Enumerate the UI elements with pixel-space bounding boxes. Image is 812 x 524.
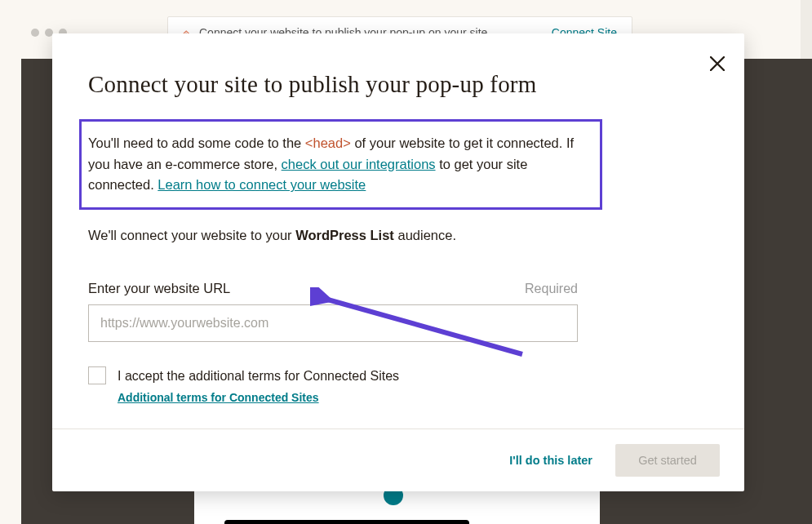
modal-footer: I'll do this later Get started (52, 429, 744, 491)
close-button[interactable] (710, 53, 725, 74)
close-icon (710, 56, 725, 71)
website-url-input[interactable] (88, 304, 578, 342)
do-later-button[interactable]: I'll do this later (509, 454, 592, 467)
audience-prefix: We'll connect your website to your (88, 228, 295, 242)
intro-text-1: You'll need to add some code to the (88, 135, 305, 150)
background-black-bar (224, 520, 469, 524)
audience-list-name: WordPress List (295, 228, 394, 242)
connect-site-modal: Connect your site to publish your pop-up… (52, 33, 744, 491)
audience-line: We'll connect your website to your WordP… (88, 228, 708, 243)
terms-checkbox[interactable] (88, 366, 106, 384)
integrations-link[interactable]: check out our integrations (282, 157, 436, 171)
head-code-tag: <head> (305, 135, 351, 150)
audience-suffix: audience. (394, 228, 456, 242)
required-label: Required (525, 282, 578, 296)
learn-connect-link[interactable]: Learn how to connect your website (158, 177, 366, 192)
get-started-button[interactable]: Get started (615, 444, 720, 477)
url-input-label: Enter your website URL (88, 281, 230, 296)
intro-highlight-box: You'll need to add some code to the <hea… (79, 119, 602, 210)
intro-paragraph: You'll need to add some code to the <hea… (88, 133, 590, 196)
modal-title: Connect your site to publish your pop-up… (88, 71, 708, 98)
terms-link[interactable]: Additional terms for Connected Sites (118, 391, 319, 404)
terms-text: I accept the additional terms for Connec… (118, 366, 399, 386)
